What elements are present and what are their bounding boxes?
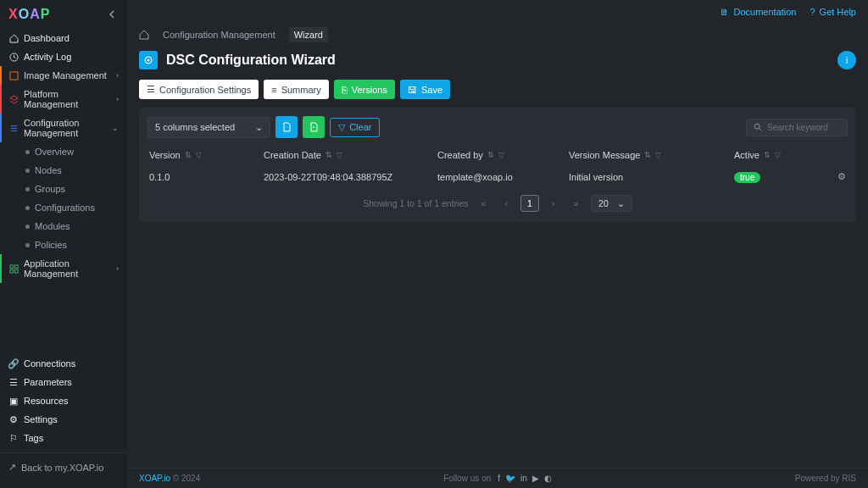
- nav-label: Image Management: [24, 70, 107, 80]
- search-box[interactable]: [746, 119, 848, 136]
- tab-summary[interactable]: ≡Summary: [264, 80, 328, 99]
- footer: XOAP.io © 2024 Follow us on f 🐦 in ▶ ◐ P…: [127, 468, 868, 488]
- user-avatar[interactable]: i: [837, 51, 856, 69]
- sidebar-collapse-button[interactable]: [107, 8, 119, 20]
- list-icon: ☰: [8, 377, 19, 387]
- nav-connections[interactable]: 🔗Connections: [0, 354, 127, 373]
- footer-brand[interactable]: XOAP.io: [139, 474, 170, 483]
- nav-label: Dashboard: [24, 33, 70, 43]
- nav-tags[interactable]: ⚐Tags: [0, 429, 127, 447]
- clear-button[interactable]: ▽Clear: [330, 118, 380, 137]
- versions-icon: ⎘: [342, 85, 348, 95]
- filter-icon: ▽: [338, 122, 345, 133]
- page-first[interactable]: «: [476, 196, 492, 211]
- nav-label: Platform Management: [24, 89, 111, 109]
- search-icon: [754, 123, 762, 131]
- chevron-right-icon: ›: [116, 71, 119, 80]
- sort-icon[interactable]: ⇅: [326, 151, 332, 159]
- linkedin-icon[interactable]: in: [520, 474, 527, 483]
- nav-resources[interactable]: ▣Resources: [0, 391, 127, 410]
- th-creation: Creation Date: [264, 150, 321, 160]
- th-msg: Version Message: [569, 150, 640, 160]
- grid-icon: [8, 263, 19, 274]
- nav-activity[interactable]: Activity Log: [0, 47, 127, 66]
- th-by: Created by: [437, 150, 483, 160]
- tab-config-settings[interactable]: ☰Configuration Settings: [139, 80, 259, 99]
- filter-icon[interactable]: ▽: [337, 151, 342, 159]
- github-icon[interactable]: ◐: [544, 474, 552, 483]
- pagination-info: Showing 1 to 1 of 1 entries: [363, 198, 468, 208]
- filter-icon[interactable]: ▽: [498, 151, 504, 159]
- cell-creation: 2023-09-22T09:48:04.388795Z: [264, 172, 437, 182]
- twitter-icon[interactable]: 🐦: [505, 474, 515, 483]
- nav-dashboard[interactable]: Dashboard: [0, 29, 127, 47]
- chevron-down-icon: ⌄: [255, 122, 263, 133]
- download-button[interactable]: [303, 116, 325, 138]
- page-current[interactable]: 1: [520, 195, 539, 212]
- layers-icon: [8, 94, 19, 104]
- sort-icon[interactable]: ⇅: [644, 151, 651, 159]
- clock-icon: [8, 52, 19, 62]
- tab-versions[interactable]: ⎘Versions: [334, 80, 395, 99]
- page-last[interactable]: »: [567, 196, 584, 211]
- pagination: Showing 1 to 1 of 1 entries « ‹ 1 › » 20…: [147, 188, 848, 214]
- title-badge-icon: [139, 51, 158, 69]
- svg-rect-5: [14, 269, 18, 273]
- documentation-link[interactable]: 🗎Documentation: [720, 7, 796, 17]
- nav-groups[interactable]: Groups: [20, 180, 127, 198]
- save-button[interactable]: 🖫Save: [400, 80, 450, 99]
- follow-label: Follow us on: [443, 474, 491, 483]
- search-input[interactable]: [767, 123, 840, 132]
- sort-icon[interactable]: ⇅: [764, 151, 771, 159]
- sort-icon[interactable]: ⇅: [487, 151, 494, 159]
- svg-rect-1: [9, 71, 17, 79]
- page-next[interactable]: ›: [546, 196, 561, 211]
- breadcrumb: Configuration Management Wizard: [139, 24, 856, 51]
- versions-panel: 5 columns selected ⌄ ▽Clear Version⇅▽: [139, 108, 856, 222]
- page-size-select[interactable]: 20⌄: [591, 195, 632, 212]
- row-settings-icon[interactable]: ⚙: [837, 171, 846, 182]
- back-link[interactable]: ↗ Back to my.XOAP.io: [0, 452, 127, 481]
- filter-icon[interactable]: ▽: [775, 151, 781, 159]
- breadcrumb-wizard[interactable]: Wizard: [289, 27, 328, 42]
- facebook-icon[interactable]: f: [498, 474, 500, 483]
- svg-rect-4: [9, 269, 13, 273]
- filter-icon[interactable]: ▽: [196, 151, 202, 159]
- chevron-down-icon: ⌄: [112, 124, 119, 132]
- nav-app-mgmt[interactable]: Application Management ›: [0, 254, 127, 283]
- nav-policies[interactable]: Policies: [20, 236, 127, 254]
- cell-by: template@xoap.io: [437, 172, 569, 182]
- nav-configurations[interactable]: Configurations: [20, 198, 127, 217]
- page-prev[interactable]: ‹: [498, 196, 514, 211]
- sort-icon[interactable]: ⇅: [185, 151, 192, 159]
- table-row[interactable]: 0.1.0 2023-09-22T09:48:04.388795Z templa…: [147, 165, 848, 188]
- nav-config-submenu: Overview Nodes Groups Configurations Mod…: [0, 142, 127, 254]
- logo[interactable]: XOAP: [8, 7, 50, 22]
- help-link[interactable]: ?Get Help: [810, 7, 856, 17]
- th-active: Active: [734, 150, 760, 160]
- nav-settings[interactable]: ⚙Settings: [0, 410, 127, 429]
- nav-nodes[interactable]: Nodes: [20, 161, 127, 180]
- sidebar: XOAP Dashboard Activity Log Image Manage…: [0, 0, 127, 488]
- settings-icon: ☰: [147, 84, 155, 95]
- column-selector[interactable]: 5 columns selected ⌄: [147, 117, 270, 138]
- nav-config-mgmt[interactable]: Configuration Management ⌄: [0, 114, 127, 142]
- nav-label: Application Management: [24, 258, 111, 279]
- home-icon: [8, 33, 19, 43]
- breadcrumb-config[interactable]: Configuration Management: [158, 27, 281, 42]
- link-icon: 🔗: [8, 358, 19, 369]
- active-badge: true: [734, 172, 760, 183]
- nav-image-mgmt[interactable]: Image Management ›: [0, 66, 127, 85]
- youtube-icon[interactable]: ▶: [532, 474, 539, 483]
- nav-overview[interactable]: Overview: [20, 142, 127, 161]
- breadcrumb-home-icon[interactable]: [139, 30, 149, 40]
- filter-icon[interactable]: ▽: [655, 151, 661, 159]
- nav-parameters[interactable]: ☰Parameters: [0, 373, 127, 391]
- nav-modules[interactable]: Modules: [20, 217, 127, 236]
- nav-bottom: 🔗Connections ☰Parameters ▣Resources ⚙Set…: [0, 351, 127, 488]
- nav-platform-mgmt[interactable]: Platform Management ›: [0, 85, 127, 114]
- main: 🗎Documentation ?Get Help Configuration M…: [127, 0, 868, 488]
- export-button[interactable]: [275, 116, 298, 138]
- chevron-right-icon: ›: [116, 264, 119, 273]
- svg-point-8: [754, 124, 760, 129]
